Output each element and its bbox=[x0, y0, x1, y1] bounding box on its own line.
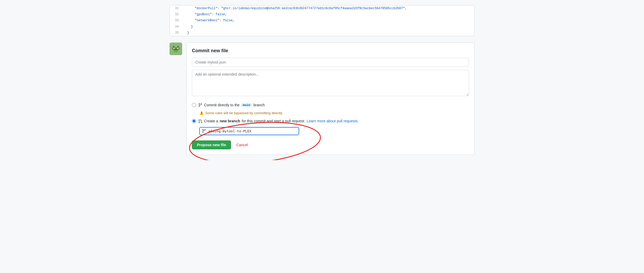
branch-name-badge: main bbox=[241, 103, 252, 107]
line-number: 33 bbox=[170, 18, 183, 24]
radio-new-branch-input[interactable] bbox=[192, 119, 196, 123]
line-content: "dockerPull": "ghcr.io/labdao/equibind@s… bbox=[183, 6, 474, 12]
commit-form-title: Commit new file bbox=[192, 48, 469, 54]
branch-input-container bbox=[192, 127, 469, 135]
svg-rect-6 bbox=[176, 50, 177, 52]
radio-option-new-branch: Create a new branch for this commit and … bbox=[192, 117, 469, 125]
line-number: 34 bbox=[170, 24, 183, 30]
table-row: 34 } bbox=[170, 24, 474, 30]
propose-new-file-button[interactable]: Propose new file bbox=[192, 140, 231, 149]
commit-form: Commit new file Commit directly to the bbox=[186, 43, 474, 155]
radio-new-branch-label[interactable]: Create a new branch for this commit and … bbox=[198, 119, 359, 123]
branch-input-row bbox=[199, 127, 469, 135]
radio-section: Commit directly to the main branch ⚠️ So… bbox=[192, 101, 469, 135]
svg-rect-5 bbox=[175, 50, 176, 52]
git-pull-request-icon bbox=[198, 119, 202, 123]
branch-icon bbox=[198, 103, 202, 107]
commit-section: Commit new file Commit directly to the bbox=[170, 43, 474, 155]
warning-message: ⚠️ Some rules will be bypassed by commit… bbox=[199, 111, 469, 115]
radio-direct-label[interactable]: Commit directly to the main branch bbox=[198, 103, 265, 107]
radio-new-branch-text2: for this commit and start a pull request… bbox=[242, 119, 305, 123]
line-number: 31 bbox=[170, 6, 183, 12]
svg-rect-3 bbox=[173, 48, 175, 49]
svg-rect-1 bbox=[177, 46, 178, 47]
line-number: 32 bbox=[170, 12, 183, 18]
line-content: "networkBool": false, bbox=[183, 18, 474, 24]
table-row: 31 "dockerPull": "ghcr.io/labdao/equibin… bbox=[170, 6, 474, 12]
radio-direct-input[interactable] bbox=[192, 103, 196, 107]
svg-rect-8 bbox=[179, 48, 180, 49]
branch-input-wrapper bbox=[199, 127, 299, 135]
action-buttons: Propose new file Cancel bbox=[192, 140, 469, 149]
commit-description-textarea[interactable] bbox=[192, 70, 469, 96]
svg-rect-4 bbox=[177, 48, 178, 49]
learn-more-link[interactable]: Learn more about pull requests. bbox=[307, 119, 359, 123]
radio-direct-branch-suffix: branch bbox=[253, 103, 265, 107]
svg-rect-0 bbox=[173, 46, 174, 47]
radio-new-branch-bold-text: new branch bbox=[220, 119, 240, 123]
radio-option-direct: Commit directly to the main branch bbox=[192, 101, 469, 109]
line-content: } bbox=[183, 30, 474, 36]
avatar bbox=[170, 43, 182, 55]
svg-rect-9 bbox=[175, 49, 177, 50]
table-row: 35} bbox=[170, 30, 474, 36]
svg-rect-7 bbox=[172, 48, 173, 49]
warning-text-content: Some rules will be bypassed by committin… bbox=[205, 111, 282, 115]
table-row: 33 "networkBool": false, bbox=[170, 18, 474, 24]
warning-icon: ⚠️ bbox=[199, 111, 204, 115]
commit-message-input[interactable] bbox=[192, 58, 469, 67]
line-content: "gpuBool": false, bbox=[183, 12, 474, 18]
cancel-button[interactable]: Cancel bbox=[233, 141, 251, 149]
table-row: 32 "gpuBool": false, bbox=[170, 12, 474, 18]
avatar-image bbox=[171, 44, 181, 54]
branch-name-input[interactable] bbox=[199, 127, 299, 135]
radio-new-branch-text1: Create a bbox=[204, 119, 218, 123]
code-table: 31 "dockerPull": "ghcr.io/labdao/equibin… bbox=[170, 6, 474, 36]
code-preview: 31 "dockerPull": "ghcr.io/labdao/equibin… bbox=[170, 5, 474, 36]
line-content: } bbox=[183, 24, 474, 30]
line-number: 35 bbox=[170, 30, 183, 36]
radio-direct-text: Commit directly to the bbox=[204, 103, 239, 107]
